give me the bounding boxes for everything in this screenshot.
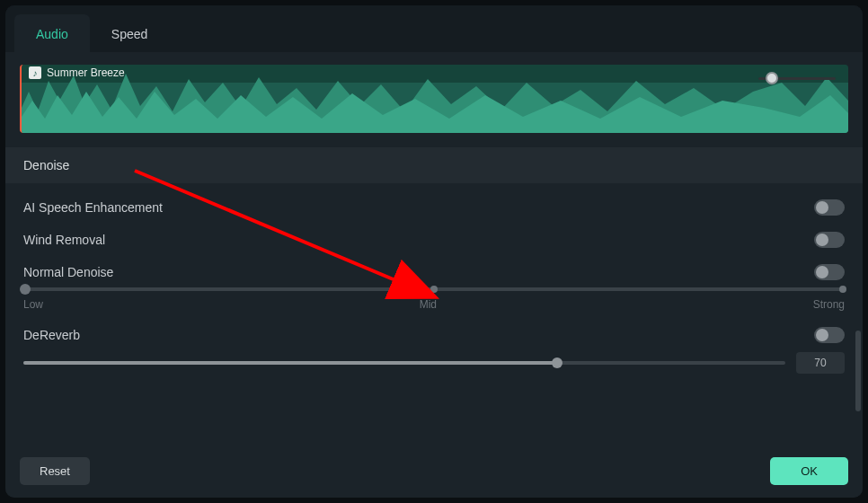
ok-button[interactable]: OK [770, 457, 848, 485]
music-note-icon: ♪ [29, 66, 41, 79]
reset-button[interactable]: Reset [20, 457, 90, 485]
label-ai-speech: AI Speech Enhancement [23, 200, 163, 215]
row-dereverb: DeReverb [20, 311, 848, 343]
clip-volume-knob[interactable] [766, 72, 778, 84]
label-normal-denoise: Normal Denoise [23, 265, 113, 279]
slider-dereverb-row: 70 [20, 343, 848, 374]
slider-tick-strong[interactable] [839, 286, 846, 293]
slider-tick-mid[interactable] [430, 286, 438, 293]
clip-title: Summer Breeze [47, 66, 125, 79]
footer-bar: Reset OK [5, 445, 863, 498]
slider-tick-low[interactable] [20, 284, 31, 295]
slider-dereverb[interactable] [23, 361, 785, 365]
slider-label-strong: Strong [813, 298, 845, 311]
content-area: ♪ Summer Breeze Denoise AI Speech Enhanc… [5, 52, 863, 445]
row-ai-speech: AI Speech Enhancement [20, 183, 848, 216]
section-header-denoise[interactable]: Denoise [5, 147, 863, 183]
toggle-ai-speech[interactable] [814, 199, 845, 216]
audio-settings-panel: Audio Speed ♪ Summer Breeze Denoise AI S… [5, 5, 863, 498]
clip-label: ♪ Summer Breeze [29, 66, 125, 79]
dereverb-value[interactable]: 70 [796, 352, 845, 374]
row-wind-removal: Wind Removal [20, 216, 848, 248]
slider-dereverb-knob[interactable] [552, 357, 562, 368]
slider-label-mid: Mid [420, 298, 437, 311]
tab-speed[interactable]: Speed [90, 14, 169, 52]
slider-label-low: Low [23, 298, 43, 311]
toggle-wind-removal[interactable] [814, 232, 845, 248]
toggle-normal-denoise[interactable] [814, 264, 845, 280]
tab-bar: Audio Speed [5, 5, 863, 52]
label-wind-removal: Wind Removal [23, 233, 105, 247]
label-dereverb: DeReverb [23, 328, 80, 342]
audio-clip[interactable]: ♪ Summer Breeze [20, 65, 848, 133]
scrollbar-vertical[interactable] [855, 331, 861, 411]
slider-normal-denoise[interactable]: Low Mid Strong [20, 280, 848, 311]
waveform [22, 65, 848, 133]
tab-audio[interactable]: Audio [14, 14, 90, 52]
toggle-dereverb[interactable] [814, 327, 845, 343]
row-normal-denoise: Normal Denoise [20, 248, 848, 280]
